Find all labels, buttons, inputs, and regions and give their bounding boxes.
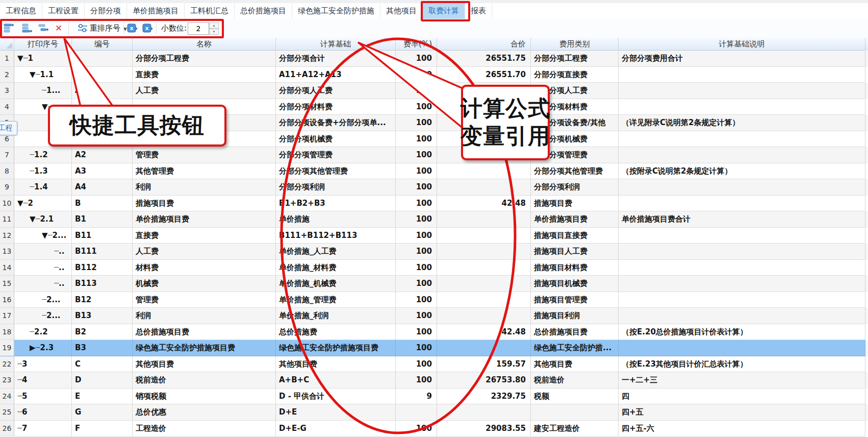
column-header-0[interactable]: 打印序号 — [14, 38, 72, 51]
cell-category[interactable]: 措施项目材料费 — [531, 260, 619, 276]
cell-rate[interactable]: 100 — [396, 196, 437, 212]
cell-note[interactable] — [619, 244, 865, 260]
table-row[interactable]: 7┈1.2A2管理费分部分项管理费100分部分项管理费 — [0, 147, 868, 163]
cell-name[interactable]: 直接费 — [133, 67, 276, 83]
cell-category[interactable]: 措施项目人工费 — [531, 244, 619, 260]
table-row[interactable]: 24┈5E销项税额D - 甲供合计92329.75税额四 — [0, 389, 868, 405]
cell-basis[interactable]: D+E-G — [276, 421, 396, 437]
cell-category[interactable]: 措施项目管理费 — [531, 292, 619, 308]
cell-amount[interactable] — [437, 163, 531, 180]
cell-amount[interactable] — [437, 292, 531, 308]
tab-item-1[interactable]: 工程设置 — [42, 3, 85, 19]
cell-seq[interactable]: ┈.. — [14, 260, 72, 276]
cell-seq[interactable]: ┈2... — [14, 292, 72, 308]
cell-amount[interactable] — [437, 211, 531, 228]
cell-name[interactable]: 分部分项工程费 — [133, 51, 276, 67]
cell-rate[interactable]: 100 — [396, 163, 437, 180]
tab-item-5[interactable]: 总价措施项目 — [235, 3, 292, 19]
cell-seq[interactable]: ┈2... — [14, 308, 72, 324]
cell-seq[interactable]: ┈1.2 — [14, 147, 72, 163]
table-row[interactable]: 10▼┈2B措施项目费B1+B2+B310042.48措施项目费 — [0, 196, 868, 212]
row-number[interactable]: 16 — [0, 292, 14, 308]
cell-basis[interactable]: B1+B2+B3 — [276, 196, 396, 212]
row-number[interactable]: 9 — [0, 179, 14, 196]
cell-seq[interactable]: ▼┈2... — [14, 228, 72, 244]
column-header-2[interactable]: 名称 — [133, 38, 276, 51]
row-number[interactable]: 10 — [0, 196, 14, 212]
row-number[interactable]: 7 — [0, 147, 14, 163]
table-row[interactable]: 15┈..B113机械费单价措施_机械费100措施项目机械费 — [0, 276, 868, 292]
cell-seq[interactable]: ┈1.4 — [14, 179, 72, 196]
cell-note[interactable]: 四 — [619, 389, 865, 405]
cell-basis[interactable]: D+E — [276, 404, 396, 421]
cell-category[interactable]: 税额 — [531, 389, 619, 405]
cell-amount[interactable]: 29083.55 — [437, 421, 531, 437]
cell-note[interactable] — [619, 179, 865, 196]
cell-rate[interactable]: 100 — [396, 244, 437, 260]
column-header-1[interactable]: 编号 — [72, 38, 133, 51]
cell-amount[interactable]: 26551.70 — [437, 67, 531, 83]
table-row[interactable]: 23┈4D税前造价A+B+C10026753.80税前造价一+二+三 — [0, 372, 868, 389]
row-number[interactable]: 26 — [0, 421, 14, 437]
cell-seq[interactable]: ▼┈1 — [14, 51, 72, 67]
cell-basis[interactable]: 单价措施_管理费 — [276, 292, 396, 308]
cell-basis[interactable]: 分部分项管理费 — [276, 147, 396, 163]
cell-seq[interactable]: ┈1.3 — [14, 163, 72, 180]
cell-note[interactable] — [619, 308, 865, 324]
cell-name[interactable]: 单价措施项目费 — [133, 211, 276, 228]
cell-amount[interactable] — [437, 244, 531, 260]
cell-seq[interactable]: ▼┈2 — [14, 196, 72, 212]
cell-note[interactable]: （按附录C说明第2条规定计算） — [619, 163, 865, 180]
cell-note[interactable]: 四+五-六 — [619, 421, 865, 437]
cell-seq[interactable]: ┈1... — [14, 83, 72, 99]
cell-amount[interactable]: 2329.75 — [437, 389, 531, 405]
cell-code[interactable]: A11 — [72, 83, 133, 99]
cell-rate[interactable]: 100 — [396, 115, 437, 131]
cell-category[interactable]: 措施项目利润 — [531, 308, 619, 324]
cell-name[interactable]: 销项税额 — [133, 389, 276, 405]
cell-code[interactable] — [72, 67, 133, 83]
cell-note[interactable] — [619, 292, 865, 308]
cell-rate[interactable]: 100 — [396, 324, 437, 341]
cell-note[interactable] — [619, 131, 865, 148]
cell-code[interactable]: F — [72, 421, 133, 437]
table-row[interactable]: 12▼┈2...B11直接费B111+B112+B113100措施项目直接费 — [0, 228, 868, 244]
cell-basis[interactable]: A+B+C — [276, 372, 396, 389]
cell-rate[interactable]: 9 — [396, 389, 437, 405]
cell-name[interactable]: 总价优惠 — [133, 404, 276, 421]
cell-amount[interactable]: 159.57 — [437, 356, 531, 373]
cell-code[interactable]: B112 — [72, 260, 133, 276]
cell-seq[interactable]: ▼┈2.1 — [14, 211, 72, 228]
cell-category[interactable]: 分部分项工程费 — [531, 51, 619, 67]
cell-basis[interactable]: D - 甲供合计 — [276, 389, 396, 405]
tab-item-0[interactable]: 工程信息 — [0, 3, 42, 19]
cell-rate[interactable] — [396, 404, 437, 421]
cell-amount[interactable] — [437, 276, 531, 292]
cell-basis[interactable]: 总价措施费 — [276, 324, 396, 341]
cell-category[interactable]: 绿色施工安全防护措... — [531, 340, 619, 356]
cell-code[interactable]: A2 — [72, 147, 133, 163]
table-row[interactable]: 18┈2.2B2总价措施项目费总价措施费10042.48总价措施项目费（按E.2… — [0, 324, 868, 341]
table-row[interactable]: 22┈3C其他项目费其他项目费100159.57其他项目费（按E.23其他项目计… — [0, 356, 868, 373]
row-number[interactable]: 25 — [0, 404, 14, 421]
row-number[interactable]: 19 — [0, 340, 14, 356]
cell-code[interactable]: B13 — [72, 308, 133, 324]
cell-name[interactable]: 利润 — [133, 308, 276, 324]
row-number[interactable]: 18 — [0, 324, 14, 341]
row-number[interactable]: 8 — [0, 163, 14, 180]
cell-code[interactable]: B3 — [72, 340, 133, 356]
cell-rate[interactable]: 100 — [396, 260, 437, 276]
cell-code[interactable] — [72, 51, 133, 67]
cell-name[interactable]: 人工费 — [133, 244, 276, 260]
row-number[interactable]: 11 — [0, 211, 14, 228]
cell-seq[interactable]: ▶┈2.3 — [14, 340, 72, 356]
cell-amount[interactable] — [437, 404, 531, 421]
tab-item-3[interactable]: 单价措施项目 — [127, 3, 185, 19]
row-number[interactable]: 1 — [0, 51, 14, 67]
cell-note[interactable] — [619, 147, 865, 163]
table-row[interactable]: 2▼┈1.1直接费A11+A12+A1310026551.70分部分项直接费 — [0, 67, 868, 83]
cell-category[interactable]: 单价措施项目费 — [531, 211, 619, 228]
cell-note[interactable]: 分部分项费用合计 — [619, 51, 865, 67]
cell-name[interactable]: 绿色施工安全防护措施项目费 — [133, 340, 276, 356]
table-row[interactable]: 13┈..B111人工费单价措施_人工费100措施项目人工费 — [0, 244, 868, 260]
